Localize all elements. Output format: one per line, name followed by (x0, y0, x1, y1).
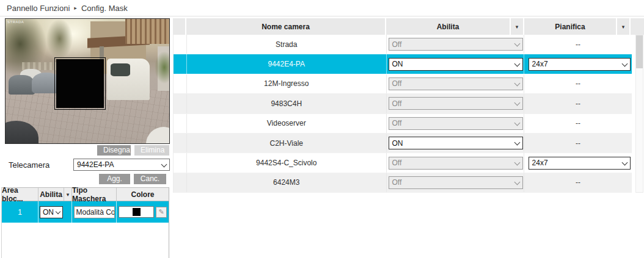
chevron-down-icon (514, 60, 520, 66)
table-row[interactable]: Videoserver Off -- (174, 114, 632, 134)
privacy-mask-rectangle[interactable] (54, 57, 106, 110)
chevron-down-icon (56, 209, 60, 213)
camera-name: 9442S4-C_Scivolo (187, 153, 387, 172)
chevron-down-icon (514, 100, 520, 106)
chevron-down-icon (514, 41, 520, 47)
delete-button[interactable]: Elimina (134, 145, 169, 156)
enable-select[interactable]: Off (389, 97, 523, 110)
table-scrollbar[interactable] (635, 35, 643, 193)
photo-foliage (155, 51, 170, 84)
header-enable: Abilita (386, 18, 511, 35)
enable-value: Off (392, 99, 402, 108)
camera-table-rows: Strada Off -- 9442E4-PA ON 24x7 12M-Ingr… (173, 35, 632, 193)
draw-button[interactable]: Disegna (97, 145, 131, 156)
enable-select[interactable]: ON (389, 58, 523, 71)
chevron-down-icon (621, 60, 628, 66)
enable-select[interactable]: Off (389, 117, 523, 130)
camera-name: Videoserver (187, 114, 387, 133)
schedule-value: -- (524, 35, 632, 54)
schedule-value: -- (524, 74, 632, 93)
schedule-select[interactable]: 24x7 (529, 157, 631, 170)
chevron-down-icon (514, 120, 520, 126)
table-row[interactable]: C2H-Viale ON -- (174, 134, 632, 153)
mask-header-enable: Abilita (38, 188, 64, 201)
schedule-select[interactable]: 24x7 (529, 58, 631, 71)
camera-table-header: Nome camera Abilita ▾ Pianifica ▾ (173, 18, 644, 35)
camera-select-value: 9442E4-PA (77, 160, 114, 169)
schedule-value: -- (524, 94, 632, 113)
header-camera-name: Nome camera (186, 18, 386, 35)
enable-select[interactable]: ON (389, 137, 523, 149)
mask-row-index: 1 (2, 201, 38, 223)
enable-select[interactable]: Off (389, 157, 523, 170)
chevron-down-icon (161, 162, 167, 168)
pencil-icon: ✎ (158, 208, 164, 216)
mask-color-chip (133, 208, 141, 216)
camera-preview-canvas[interactable]: STRADA (5, 18, 170, 144)
camera-name: 6424M3 (187, 173, 387, 192)
mask-enable-value: ON (43, 208, 54, 217)
mask-table-row[interactable]: 1 ON Modalità Col... ✎ (2, 201, 169, 223)
mask-header-type: Tipo Maschera (72, 188, 117, 201)
scrollbar-thumb[interactable] (636, 35, 643, 68)
breadcrumb-root[interactable]: Pannello Funzioni (7, 4, 70, 13)
enable-value: Off (392, 159, 402, 167)
filter-dropdown-icon: ▾ (67, 192, 70, 198)
photo-car (9, 75, 35, 95)
camera-name: C2H-Viale (187, 134, 387, 152)
schedule-value: -- (524, 173, 632, 192)
mask-table-header: Area bloc... Abilita ▾ Tipo Maschera Col… (2, 187, 169, 201)
chevron-down-icon (621, 159, 628, 165)
camera-name: 9483C4H (187, 94, 387, 113)
breadcrumb-arrow-icon: ▸ (74, 5, 77, 11)
camera-name: 9442E4-PA (187, 54, 387, 73)
mask-header-color: Colore (117, 188, 169, 201)
photo-van-window (111, 63, 130, 76)
mask-enable-select[interactable]: ON (40, 206, 63, 218)
camera-select-label: Telecamera (9, 160, 49, 170)
schedule-filter-button[interactable]: ▾ (617, 18, 631, 35)
breadcrumb: Pannello Funzioni ▸ Config. Mask (0, 0, 644, 16)
enable-select[interactable]: Off (389, 176, 523, 189)
photo-foliage (46, 19, 73, 59)
camera-osd-text: STRADA (7, 20, 24, 24)
cancel-button[interactable]: Canc. (134, 174, 166, 184)
filter-dropdown-icon: ▾ (516, 24, 519, 30)
enable-value: ON (392, 60, 403, 68)
header-filler (631, 18, 644, 35)
mask-config-page: Pannello Funzioni ▸ Config. Mask STRADA … (0, 0, 644, 258)
enable-value: Off (392, 79, 402, 88)
schedule-value: 24x7 (532, 60, 548, 68)
apply-button[interactable]: Agg. (99, 174, 130, 184)
edit-color-button[interactable]: ✎ (156, 207, 167, 218)
table-row[interactable]: 6424M3 Off -- (174, 173, 632, 193)
table-row[interactable]: 9442S4-C_Scivolo Off 24x7 (174, 153, 632, 173)
photo-pergola (125, 19, 169, 44)
chevron-down-icon (514, 179, 520, 185)
filter-dropdown-icon: ▾ (622, 24, 625, 30)
enable-value: ON (392, 139, 403, 148)
schedule-value: 24x7 (532, 159, 548, 167)
privacy-mask-fill (56, 59, 104, 108)
table-row[interactable]: 12M-Ingresso Off -- (174, 74, 632, 94)
mask-area-table: Area bloc... Abilita ▾ Tipo Maschera Col… (2, 187, 169, 223)
mask-type-field[interactable]: Modalità Col... (74, 206, 115, 218)
enable-value: Off (392, 40, 402, 49)
camera-select[interactable]: 9442E4-PA (73, 159, 170, 171)
camera-table: Nome camera Abilita ▾ Pianifica ▾ Strada… (173, 18, 644, 193)
schedule-value: -- (524, 134, 632, 152)
table-row[interactable]: 9483C4H Off -- (174, 94, 632, 113)
camera-name: Strada (187, 35, 387, 54)
mask-header-filter-button[interactable]: ▾ (64, 188, 72, 201)
breadcrumb-current: Config. Mask (81, 4, 128, 13)
enable-select[interactable]: Off (389, 77, 523, 90)
mask-area-panel: Area bloc... Abilita ▾ Tipo Maschera Col… (1, 187, 169, 258)
schedule-value: -- (524, 114, 632, 133)
chevron-down-icon (514, 81, 520, 87)
table-row-selected[interactable]: 9442E4-PA ON 24x7 (174, 54, 632, 74)
enable-filter-button[interactable]: ▾ (511, 18, 524, 35)
enable-value: Off (392, 119, 402, 127)
table-row[interactable]: Strada Off -- (174, 35, 632, 54)
mask-color-swatch[interactable] (119, 206, 154, 218)
enable-select[interactable]: Off (389, 38, 523, 51)
